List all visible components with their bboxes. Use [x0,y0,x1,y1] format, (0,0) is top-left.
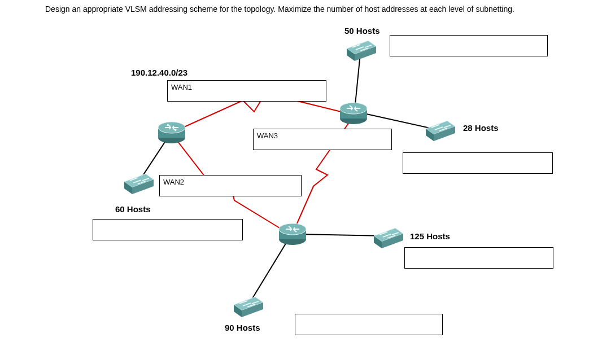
wan2-answer-box[interactable]: WAN2 [159,175,302,196]
label-125hosts: 125 Hosts [410,231,450,241]
wan3-label: WAN3 [257,131,278,140]
prompt-text: Design an appropriate VLSM addressing sc… [45,5,553,14]
switch-28hosts [422,117,456,144]
svg-point-8 [279,223,306,235]
label-60hosts: 60 Hosts [115,204,151,214]
h125-answer-box[interactable] [404,247,553,269]
h90-answer-box[interactable] [295,314,443,335]
wan3-answer-box[interactable]: WAN3 [253,129,392,150]
h28-answer-box[interactable] [403,152,553,174]
wan2-label: WAN2 [163,178,184,186]
diagram-canvas: Design an appropriate VLSM addressing sc… [0,0,589,364]
svg-point-5 [340,103,367,114]
svg-point-2 [158,122,185,133]
network-block-label: 190.12.40.0/23 [131,68,187,77]
wan1-label: WAN1 [171,83,192,91]
h50-answer-box[interactable] [390,35,548,56]
h60-answer-box[interactable] [93,219,243,240]
router-r3 [278,221,307,248]
label-28hosts: 28 Hosts [463,123,499,133]
switch-60hosts [121,170,155,198]
switch-125hosts [370,225,404,252]
wan1-answer-box[interactable]: WAN1 [167,80,326,102]
label-90hosts: 90 Hosts [225,323,260,332]
switch-50hosts [343,37,377,64]
router-r2 [339,100,368,128]
router-r1 [157,120,186,147]
label-50hosts: 50 Hosts [344,26,380,36]
switch-90hosts [230,293,264,321]
